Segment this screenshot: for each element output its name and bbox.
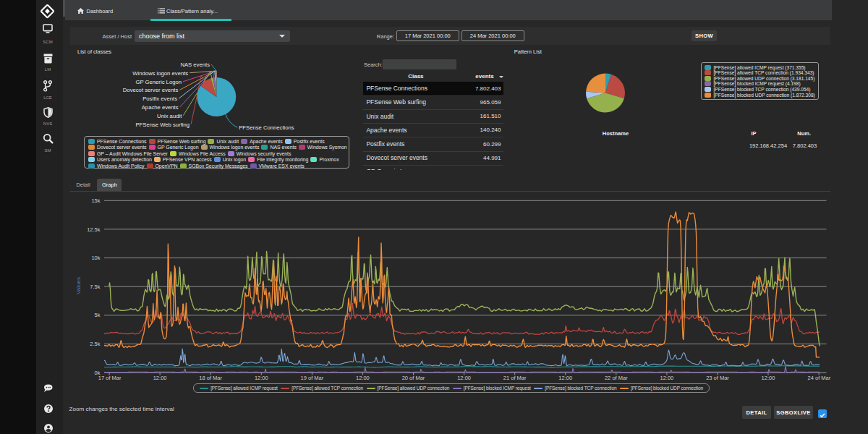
svg-text:10k: 10k — [91, 255, 100, 261]
svg-text:18 of Mar: 18 of Mar — [199, 375, 222, 381]
svg-text:20 of Mar: 20 of Mar — [402, 375, 425, 381]
svg-text:17 of Mar: 17 of Mar — [98, 375, 122, 381]
svg-text:12:00: 12:00 — [762, 375, 775, 381]
svg-text:7.5k: 7.5k — [90, 284, 100, 290]
svg-text:23 of Mar: 23 of Mar — [706, 375, 729, 381]
svg-text:12:00: 12:00 — [457, 375, 471, 381]
svg-text:15k: 15k — [91, 197, 100, 204]
svg-text:12:00: 12:00 — [660, 375, 674, 381]
svg-text:12.5k: 12.5k — [87, 226, 101, 233]
svg-text:12:00: 12:00 — [558, 375, 572, 381]
svg-text:2.5k: 2.5k — [90, 341, 100, 347]
svg-text:21 of Mar: 21 of Mar — [503, 375, 527, 381]
svg-text:12:00: 12:00 — [255, 375, 268, 381]
svg-text:5k: 5k — [95, 312, 101, 318]
svg-text:19 of Mar: 19 of Mar — [301, 375, 324, 381]
svg-text:Values: Values — [75, 277, 82, 294]
svg-text:12:00: 12:00 — [356, 375, 370, 381]
svg-text:22 of Mar: 22 of Mar — [605, 375, 628, 381]
svg-text:24 of Mar: 24 of Mar — [808, 375, 831, 381]
svg-text:12:00: 12:00 — [153, 375, 167, 381]
